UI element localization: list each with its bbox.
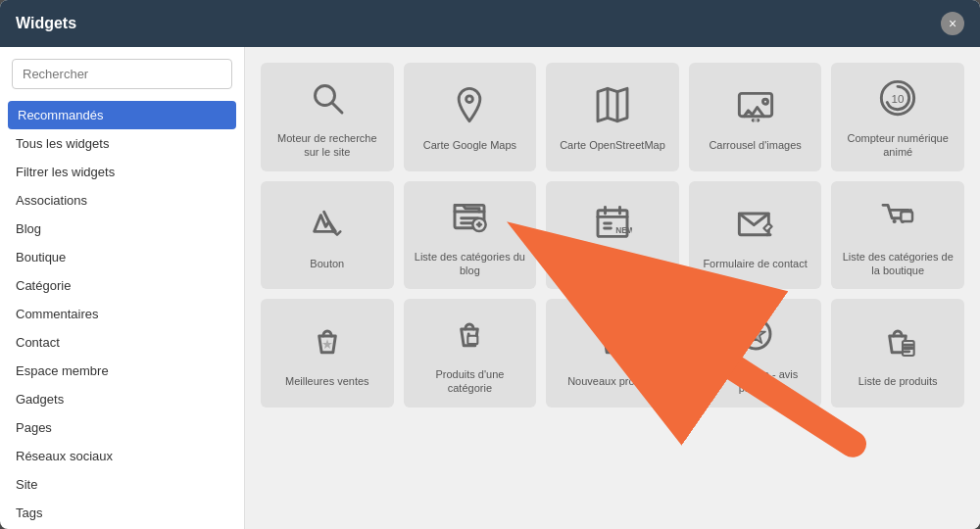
sidebar-item-espace-membre[interactable]: Espace membre: [0, 357, 244, 385]
search-icon: [308, 78, 347, 123]
widget-label-carousel: Carrousel d'images: [709, 138, 801, 152]
widget-label-bouton: Bouton: [310, 257, 344, 270]
widget-card-openstreetmap[interactable]: Carte OpenStreetMap: [546, 63, 679, 171]
widget-card-carousel[interactable]: Carrousel d'images: [689, 63, 822, 171]
sidebar: RecommandésTous les widgetsFiltrer les w…: [0, 47, 245, 529]
widget-label-openstreetmap: Carte OpenStreetMap: [560, 138, 665, 152]
sidebar-nav: RecommandésTous les widgetsFiltrer les w…: [0, 101, 244, 527]
svg-line-13: [323, 212, 333, 231]
widget-card-compteur[interactable]: 10Compteur numérique animé: [831, 63, 964, 171]
widget-card-search[interactable]: Moteur de recherche sur le site: [261, 63, 394, 171]
cart-folder-icon: [878, 197, 917, 242]
search-input[interactable]: [12, 59, 232, 89]
sidebar-item-pages[interactable]: Pages: [0, 413, 244, 442]
svg-point-29: [893, 219, 897, 223]
sidebar-item-filtrer[interactable]: Filtrer les widgets: [0, 158, 244, 186]
svg-text:NEW: NEW: [615, 225, 632, 235]
main-content: Moteur de recherche sur le siteCarte Goo…: [245, 47, 980, 529]
sidebar-item-recommandes[interactable]: Recommandés: [8, 101, 236, 129]
widget-label-derniers-articles: Derniers articles: [573, 257, 651, 270]
map-pin-icon: [450, 85, 489, 130]
widget-label-google-maps: Carte Google Maps: [423, 138, 516, 152]
sidebar-item-blog[interactable]: Blog: [0, 215, 244, 243]
list-folder-icon: [450, 197, 489, 242]
widget-card-bouton[interactable]: Bouton: [261, 181, 394, 290]
sidebar-item-boutique[interactable]: Boutique: [0, 243, 244, 271]
sidebar-item-tags[interactable]: Tags: [0, 499, 244, 527]
widget-card-formulaire-contact[interactable]: Formulaire de contact: [689, 181, 822, 290]
widgets-modal: Widgets × RecommandésTous les widgetsFil…: [0, 0, 980, 529]
bag-folder-icon: [450, 314, 489, 360]
sidebar-item-site[interactable]: Site: [0, 470, 244, 499]
svg-point-10: [754, 119, 758, 122]
widget-card-nouveaux-produits[interactable]: NEWNouveaux produits: [546, 299, 679, 408]
calendar-new-icon: NEW: [593, 204, 632, 249]
widget-card-liste-categories-blog[interactable]: Liste des catégories du blog: [404, 181, 537, 290]
button-icon: [308, 204, 347, 249]
widget-card-google-maps[interactable]: Carte Google Maps: [404, 63, 537, 171]
svg-marker-34: [322, 340, 332, 350]
svg-text:10: 10: [892, 92, 905, 105]
modal-header: Widgets ×: [0, 0, 980, 47]
sidebar-item-categorie[interactable]: Catégorie: [0, 271, 244, 300]
sidebar-item-reseaux-sociaux[interactable]: Réseaux sociaux: [0, 442, 244, 470]
widget-card-e-confiance[interactable]: E-confiance - avis produit: [689, 299, 822, 408]
widget-label-liste-categories-blog: Liste des catégories du blog: [415, 250, 525, 278]
sidebar-item-associations[interactable]: Associations: [0, 186, 244, 215]
bag-star-icon: [308, 321, 347, 366]
widget-card-derniers-articles[interactable]: NEWDerniers articles: [546, 181, 679, 290]
sidebar-item-gadgets[interactable]: Gadgets: [0, 385, 244, 413]
svg-marker-40: [746, 325, 765, 343]
widget-label-search: Moteur de recherche sur le site: [277, 131, 377, 160]
widget-label-meilleures-ventes: Meilleures ventes: [285, 374, 369, 388]
widget-card-liste-categories-boutique[interactable]: Liste des catégories de la boutique: [831, 181, 964, 290]
modal-title: Widgets: [16, 15, 76, 32]
sidebar-item-tous[interactable]: Tous les widgets: [0, 129, 244, 158]
widget-card-meilleures-ventes[interactable]: Meilleures ventes: [261, 299, 394, 408]
svg-rect-31: [902, 212, 913, 221]
widgets-grid: Moteur de recherche sur le siteCarte Goo…: [261, 63, 964, 408]
widget-card-liste-produits[interactable]: Liste de produits: [831, 299, 964, 408]
sidebar-item-contact[interactable]: Contact: [0, 328, 244, 357]
widget-label-nouveaux-produits: Nouveaux produits: [567, 374, 658, 388]
widget-label-produits-categorie: Produits d'une catégorie: [435, 367, 504, 396]
mail-edit-icon: [736, 204, 775, 249]
map-icon: [593, 85, 632, 130]
svg-text:NEW: NEW: [607, 344, 622, 351]
widget-label-compteur: Compteur numérique animé: [848, 131, 949, 160]
svg-line-1: [332, 103, 342, 113]
svg-point-2: [466, 96, 473, 103]
sidebar-item-commentaires[interactable]: Commentaires: [0, 300, 244, 328]
close-button[interactable]: ×: [941, 12, 964, 35]
svg-point-7: [762, 99, 767, 104]
widget-card-produits-categorie[interactable]: Produits d'une catégorie: [404, 299, 537, 408]
widget-label-formulaire-contact: Formulaire de contact: [703, 257, 807, 270]
widget-label-e-confiance: E-confiance - avis produit: [712, 367, 798, 396]
counter-icon: 10: [878, 78, 917, 123]
modal-body: RecommandésTous les widgetsFiltrer les w…: [0, 47, 980, 529]
widget-label-liste-produits: Liste de produits: [858, 374, 938, 388]
bag-new-icon: NEW: [593, 321, 632, 366]
svg-marker-3: [598, 88, 627, 120]
widget-label-liste-categories-boutique: Liste des catégories de la boutique: [843, 250, 954, 278]
carousel-icon: [736, 85, 775, 130]
star-badge-icon: [736, 314, 775, 360]
bag-list-icon: [878, 321, 917, 366]
